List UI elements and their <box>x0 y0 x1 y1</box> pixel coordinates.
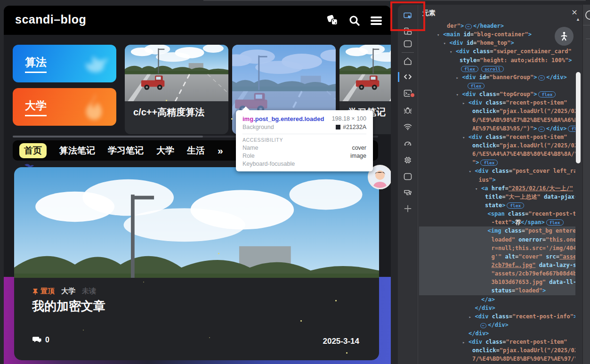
site-title: scandi–blog <box>15 13 86 26</box>
site-header: scandi–blog <box>4 6 391 35</box>
pinned-badge: 置顶 <box>32 287 55 296</box>
devtools-scrollbar-thumb[interactable] <box>576 72 581 163</box>
console-error-badge <box>410 92 415 98</box>
code-line[interactable]: 7/%E4%BD%8D%E8%BF%90%E7%AE%97/") <box>419 355 575 363</box>
tooltip-role-label: Role <box>242 153 255 159</box>
code-line[interactable]: ">flex <box>419 158 575 167</box>
article-tag[interactable]: 大学 <box>61 287 75 296</box>
code-line[interactable]: title="大一上总述" data-pjax- <box>419 193 575 201</box>
active-tab-indicator <box>398 72 399 82</box>
article-card[interactable]: 置顶 大学 未读 我的加密文章 0 2025-3-14 <box>14 167 379 360</box>
category-label: 算法 <box>25 55 47 73</box>
star-dot <box>346 352 348 354</box>
close-icon[interactable]: ✕ <box>570 8 579 17</box>
star-dot <box>335 300 337 301</box>
code-line[interactable]: ius"> <box>419 176 575 184</box>
code-line[interactable]: loaded" onerror="this.oner <box>419 235 575 244</box>
code-line[interactable]: 2cb79ef….jpg" data-lazy-sr <box>419 261 575 269</box>
code-line[interactable]: ▾<div class="swiper_container_card" <box>419 47 575 56</box>
tooltip-selector: img.post_bg.entered.loaded <box>242 115 324 122</box>
code-line[interactable]: flex <box>419 81 575 90</box>
code-line[interactable]: "assets/2cb79efe667b08d4b1 <box>419 269 575 278</box>
nav-item[interactable]: 首页 <box>19 143 47 158</box>
code-line[interactable]: onclick="pjax.loadUrl("/2025/02/ <box>419 107 575 115</box>
code-line[interactable]: ▾<main id="blog-container"> <box>419 30 575 39</box>
pane-icon-fragment <box>585 10 590 20</box>
code-line[interactable]: </div> <box>419 304 575 312</box>
code-line[interactable]: r=null;this.src='/img/404. <box>419 244 575 252</box>
star-dot <box>231 118 233 120</box>
nav-item[interactable]: 大学 <box>156 145 174 157</box>
blog-page: scandi–blog 算法 大学 <box>4 6 391 364</box>
accessibility-fab[interactable] <box>555 27 574 46</box>
annotation-red-rectangle <box>390 1 425 31</box>
swiper-card-1[interactable]: c/c++高精度算法 <box>125 45 228 134</box>
rendering-icon[interactable] <box>403 188 412 197</box>
nav-item[interactable]: 算法笔记 <box>59 145 95 157</box>
code-line[interactable]: ⋯</div> <box>419 321 575 329</box>
post-cover-photo <box>125 45 228 101</box>
code-line[interactable]: -text">荐</span>flex <box>419 218 575 226</box>
devtools-toolbar <box>398 5 418 364</box>
flame-icon <box>77 90 112 126</box>
code-line[interactable]: ▾<div class="post_cover left_rad <box>419 167 575 175</box>
comments-icon <box>32 336 42 344</box>
inspect-tooltip: img.post_bg.entered.loaded 198.18 × 100 … <box>236 110 373 171</box>
gallery-dice-icon[interactable] <box>326 14 340 28</box>
article-comments[interactable]: 0 <box>32 336 49 344</box>
category-card-algorithm[interactable]: 算法 <box>13 45 116 82</box>
code-line[interactable]: g'" alt="cover" src="asset <box>419 252 575 261</box>
code-line[interactable]: status="loaded"> <box>419 286 575 295</box>
tooltip-divider <box>242 134 366 134</box>
styles-pane-edge <box>582 5 590 364</box>
code-line[interactable]: onclick="pjax.loadUrl("/2025/02/ <box>419 346 575 355</box>
comment-count: 0 <box>45 336 49 344</box>
category-label: 大学 <box>25 98 47 116</box>
article-meta: 置顶 大学 未读 <box>32 287 96 296</box>
code-line[interactable]: 3b103d67653.jpg" data-ll- <box>419 278 575 286</box>
memory-icon[interactable] <box>403 155 412 165</box>
code-line[interactable]: ▾<a href="2025/02/16/大一上/" <box>419 184 575 193</box>
network-icon[interactable] <box>403 122 412 131</box>
sources-icon[interactable] <box>403 72 412 81</box>
menu-icon[interactable] <box>369 14 383 28</box>
code-line[interactable]: ▾<div class="topGroup">flex <box>419 90 575 98</box>
code-line[interactable]: ▸<div id="bannerGroup">⋯</div> <box>419 73 575 81</box>
debugger-icon[interactable] <box>403 105 412 115</box>
swiper-scrollbar-thumb[interactable] <box>13 136 203 138</box>
star-dot <box>83 330 84 331</box>
code-line[interactable]: ▸<div class="recent-post-item" <box>419 98 575 107</box>
nav-item[interactable]: 生活 <box>187 145 205 157</box>
article-title[interactable]: 我的加密文章 <box>32 298 105 315</box>
code-line[interactable]: <span class="recent-post-t <box>419 210 575 218</box>
application-icon[interactable] <box>403 172 412 181</box>
code-line[interactable]: 6/%E5%A4%A7%E4%B8%80%E4%B8%8A/") <box>419 150 575 158</box>
code-line[interactable]: ▸<div class="recent-post-info"> <box>419 312 575 321</box>
code-line[interactable]: flexscroll <box>419 65 575 73</box>
code-line[interactable]: 6/%E9%AB%98%E7%B2%BE%E5%BA%A6%E7% <box>419 116 575 124</box>
code-line[interactable]: ▸<div class="recent-post-item" <box>419 338 575 346</box>
scroll-up-icon[interactable]: ▲ <box>576 17 580 22</box>
code-line[interactable]: der">⋯</header> <box>419 22 575 30</box>
devtools-code: der">⋯</header>▾<main id="blog-container… <box>419 22 575 364</box>
code-line[interactable]: style="height: auto;width: 100%"> <box>419 56 575 65</box>
star-dot <box>209 337 210 338</box>
code-line[interactable]: onclick="pjax.loadUrl("/2025/02/1 <box>419 141 575 150</box>
search-icon[interactable] <box>348 14 362 28</box>
code-line[interactable]: ▾<div id="home_top"> <box>419 39 575 47</box>
window-tool-icon[interactable] <box>403 39 412 49</box>
tooltip-name-value: cover <box>352 145 366 151</box>
nav-item[interactable]: » <box>218 145 223 156</box>
code-line[interactable]: </a> <box>419 295 575 304</box>
performance-icon[interactable] <box>403 138 412 148</box>
code-line[interactable]: <img class="post_bg entere <box>419 226 575 235</box>
code-line[interactable]: state>flex <box>419 201 575 210</box>
code-line[interactable]: AE%97%E6%B3%95/")">⋯</div>flex <box>419 124 575 133</box>
add-tool-icon[interactable] <box>403 204 412 213</box>
code-line[interactable]: ▾<div class="recent-post-item" <box>419 133 575 141</box>
nav-item[interactable]: 学习笔记 <box>108 145 144 157</box>
home-icon[interactable] <box>403 57 412 66</box>
category-card-university[interactable]: 大学 <box>13 88 116 126</box>
article-cover-photo <box>14 167 379 278</box>
code-line[interactable]: </div> <box>419 329 575 338</box>
